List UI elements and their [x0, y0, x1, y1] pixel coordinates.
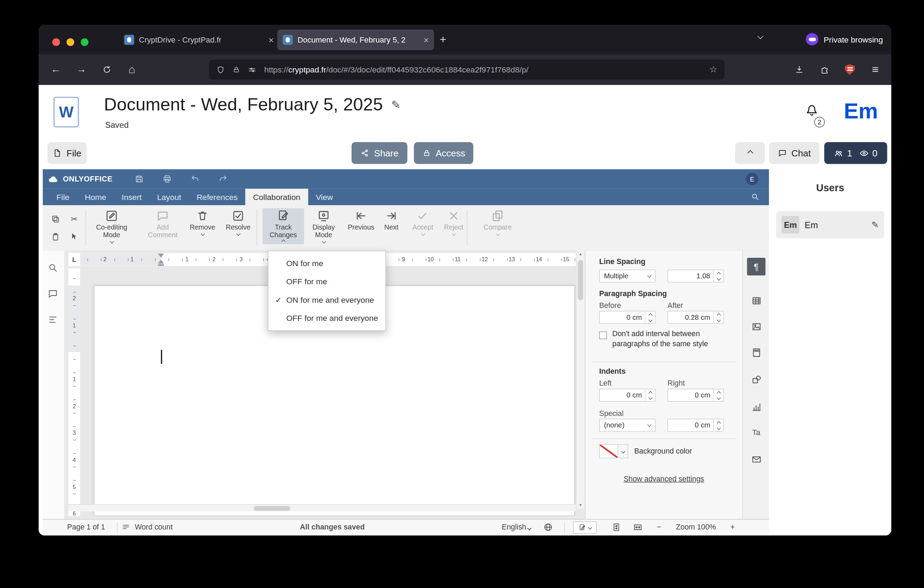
zoom-in-button[interactable]: + — [731, 523, 734, 532]
reload-button[interactable] — [99, 62, 115, 77]
add-comment-button[interactable]: Add Comment — [144, 208, 182, 240]
user-avatar[interactable]: Em — [844, 99, 878, 124]
previous-change-button[interactable]: Previous — [343, 208, 379, 232]
edit-title-pencil-icon[interactable]: ✎ — [391, 97, 400, 111]
spacing-after-spinner[interactable]: 0.28 cm — [667, 311, 724, 324]
remove-comment-button[interactable]: Remove — [184, 208, 221, 236]
margin-marker[interactable] — [158, 264, 164, 266]
menu-item-on-for-me[interactable]: ON for me — [269, 254, 385, 273]
shape-settings-icon[interactable] — [747, 371, 766, 389]
fit-width-button[interactable] — [633, 522, 642, 532]
table-settings-icon[interactable] — [747, 292, 766, 310]
word-count-button[interactable]: Word count — [135, 523, 173, 532]
tab-references[interactable]: References — [189, 189, 246, 205]
minimize-window-button[interactable] — [66, 38, 74, 46]
access-button[interactable]: Access — [414, 142, 474, 164]
menu-item-off-for-everyone[interactable]: OFF for me and everyone — [269, 309, 385, 327]
lock-icon[interactable] — [232, 66, 241, 74]
accept-change-button[interactable]: Accept — [408, 208, 438, 236]
special-select[interactable]: (none) — [599, 419, 655, 431]
file-menu-button[interactable]: File — [47, 142, 87, 164]
extensions-button[interactable] — [817, 62, 832, 77]
line-spacing-select[interactable]: Multiple — [599, 269, 655, 282]
edit-name-pencil-icon[interactable]: ✎ — [871, 220, 879, 230]
globe-icon[interactable] — [543, 522, 553, 532]
horizontal-scrollbar[interactable] — [68, 504, 576, 511]
scroll-up-arrow[interactable]: ▲ — [577, 251, 584, 258]
vertical-scrollbar[interactable]: ▲ ▼ — [576, 251, 584, 509]
close-tab-icon[interactable]: × — [269, 35, 274, 45]
copy-button[interactable] — [50, 213, 61, 224]
url-bar[interactable]: https://cryptpad.fr/doc/#/3/doc/edit/ff0… — [209, 59, 724, 80]
tab-view[interactable]: View — [308, 189, 341, 205]
fit-page-button[interactable] — [612, 522, 621, 532]
tab-document-active[interactable]: Document - Wed, February 5, 2 × — [277, 30, 434, 50]
comments-icon[interactable] — [47, 288, 59, 300]
find-icon[interactable] — [47, 262, 59, 274]
spin-up-icon[interactable] — [716, 272, 721, 276]
spin-up-icon[interactable] — [648, 313, 652, 317]
tab-collaboration[interactable]: Collaboration — [246, 189, 308, 205]
scrollbar-thumb[interactable] — [254, 506, 290, 511]
back-button[interactable]: ← — [48, 62, 63, 77]
display-mode-button[interactable]: Display Mode — [305, 208, 342, 244]
select-all-button[interactable] — [69, 231, 80, 242]
tab-file[interactable]: File — [49, 189, 77, 205]
resolve-comment-button[interactable]: Resolve — [220, 208, 257, 236]
menu-button[interactable]: ≡ — [868, 62, 883, 77]
navigation-icon[interactable] — [47, 314, 59, 326]
tab-insert[interactable]: Insert — [114, 189, 149, 205]
home-button[interactable]: ⌂ — [124, 62, 139, 77]
spin-down-icon[interactable] — [716, 395, 721, 400]
zoom-level[interactable]: Zoom 100% — [671, 523, 721, 532]
language-selector[interactable]: English — [502, 523, 531, 532]
editor-user-avatar[interactable]: E — [746, 173, 758, 185]
indent-right-spinner[interactable]: 0 cm — [667, 389, 724, 401]
downloads-button[interactable] — [792, 62, 807, 77]
print-button[interactable] — [160, 173, 174, 185]
search-icon[interactable] — [751, 192, 760, 201]
chart-settings-icon[interactable] — [747, 398, 766, 416]
paste-button[interactable] — [50, 231, 61, 242]
track-changes-button[interactable]: Track Changes — [262, 208, 304, 244]
tab-layout[interactable]: Layout — [149, 189, 189, 205]
spin-up-icon[interactable] — [648, 391, 652, 395]
spin-down-icon[interactable] — [648, 395, 652, 400]
reject-change-button[interactable]: Reject — [438, 208, 469, 236]
save-button[interactable] — [132, 173, 146, 185]
new-tab-button[interactable]: + — [435, 31, 452, 48]
background-color-swatch[interactable] — [599, 444, 618, 458]
spin-up-icon[interactable] — [716, 313, 721, 317]
track-changes-status-button[interactable] — [573, 522, 597, 534]
presence-counts[interactable]: 1 0 — [824, 142, 887, 164]
header-footer-settings-icon[interactable] — [747, 344, 766, 362]
spin-down-icon[interactable] — [716, 318, 721, 322]
paragraph-settings-icon[interactable]: ¶ — [747, 258, 766, 276]
line-spacing-spinner[interactable]: 1.08 — [667, 269, 724, 282]
scroll-down-arrow[interactable]: ▼ — [577, 502, 584, 509]
chat-button[interactable]: Chat — [769, 142, 820, 164]
background-color-dropdown[interactable] — [618, 444, 629, 458]
share-button[interactable]: Share — [351, 142, 408, 164]
cut-button[interactable]: ✂ — [69, 213, 80, 224]
spin-down-icon[interactable] — [716, 276, 721, 281]
mail-merge-icon[interactable] — [747, 451, 766, 469]
menu-item-off-for-me[interactable]: OFF for me — [269, 273, 385, 291]
compare-button[interactable]: Compare — [479, 208, 516, 236]
shield-icon[interactable] — [216, 65, 225, 74]
tab-stop-selector[interactable]: L — [68, 253, 80, 266]
bookmark-star-icon[interactable]: ☆ — [709, 64, 717, 75]
close-tab-icon[interactable]: × — [424, 35, 429, 45]
zoom-out-button[interactable]: − — [657, 523, 661, 532]
ublock-button[interactable] — [842, 62, 858, 77]
permissions-icon[interactable] — [248, 65, 257, 74]
text-art-settings-icon[interactable]: Ta — [747, 424, 766, 441]
redo-button[interactable] — [216, 173, 230, 185]
spin-up-icon[interactable] — [716, 391, 721, 395]
spacing-before-spinner[interactable]: 0 cm — [599, 311, 655, 324]
list-all-tabs-button[interactable] — [753, 34, 767, 46]
special-spinner[interactable]: 0 cm — [667, 419, 724, 431]
undo-button[interactable] — [188, 173, 202, 185]
menu-item-on-for-everyone[interactable]: ✓ON for me and everyone — [269, 291, 385, 309]
tab-home[interactable]: Home — [77, 189, 114, 205]
